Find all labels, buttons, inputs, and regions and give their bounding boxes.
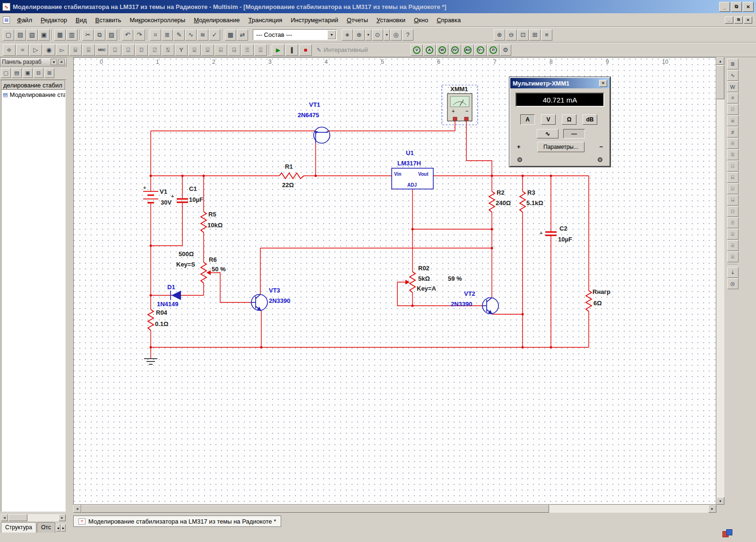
redo-icon[interactable]: ↷: [134, 29, 145, 41]
place-misc-digital-icon[interactable]: MISC: [95, 44, 108, 56]
transistor-vt1[interactable]: VT1 2N6475: [298, 101, 330, 143]
label-vt1-ref[interactable]: VT1: [309, 101, 320, 108]
place-connector-icon[interactable]: ⍇: [215, 44, 227, 56]
place-advanced-peripherals-icon[interactable]: ⍂: [162, 44, 174, 56]
menu-reports[interactable]: Отчеты: [343, 14, 372, 26]
scroll-right-button[interactable]: ►: [708, 505, 716, 513]
word-generator-icon[interactable]: ⌹: [727, 138, 739, 149]
tab-ots[interactable]: Отс: [37, 522, 55, 533]
menu-view[interactable]: Вид: [71, 14, 91, 26]
tektronix-oscilloscope-icon[interactable]: ⍄: [727, 251, 739, 262]
label-r04-ref[interactable]: R04: [156, 309, 168, 316]
resistor-r04[interactable]: R04 0.1Ω: [148, 309, 169, 330]
panel-horizontal-scrollbar[interactable]: ◄ ►: [1, 514, 66, 521]
panel-scroll-right-button[interactable]: ►: [59, 514, 66, 521]
scroll-up-button[interactable]: ▲: [716, 57, 724, 65]
sheet-tab[interactable]: ≋ Моделирование стабилизатора на LM317 и…: [73, 516, 281, 527]
label-vt2-value[interactable]: 2N3390: [451, 301, 472, 308]
multimeter-close-icon[interactable]: ✕: [599, 80, 607, 87]
mdi-restore-button[interactable]: ⧉: [734, 17, 743, 24]
capacitor-c1[interactable]: + C1 10µF: [171, 185, 203, 203]
ac-mode-button[interactable]: ∿: [537, 129, 558, 138]
close-button[interactable]: ✕: [743, 2, 754, 12]
pause-button[interactable]: ∥: [285, 44, 298, 56]
menu-mcu[interactable]: Микроконтроллеры: [126, 14, 190, 26]
probe-current-voltage-icon[interactable]: AV: [462, 44, 474, 56]
place-transistor-icon[interactable]: ◉: [43, 44, 55, 56]
bode-plotter-icon[interactable]: ⌸: [727, 115, 739, 126]
panel-titlebar[interactable]: Панель разраб ▾ ✕: [0, 57, 67, 67]
zoom-fit-icon[interactable]: ⊞: [529, 29, 541, 41]
label-c1-ref[interactable]: C1: [189, 185, 197, 192]
label-d1-value[interactable]: 1N4149: [157, 301, 179, 308]
place-mixed-icon[interactable]: ⌺: [109, 44, 121, 56]
scroll-left-button[interactable]: ◄: [73, 505, 81, 513]
label-xmm1-ref[interactable]: XMM1: [450, 86, 468, 93]
place-indicator-icon[interactable]: ⌻: [122, 44, 135, 56]
tree-item-schematic[interactable]: ▤ Моделирование ста: [1, 90, 65, 100]
print-icon[interactable]: ▦: [54, 29, 66, 41]
simulation-settings-gear-icon[interactable]: ⚙: [500, 44, 511, 56]
current-clamp-icon[interactable]: ◎: [727, 278, 739, 289]
measurement-probe-icon[interactable]: ⇣: [727, 267, 739, 278]
wattmeter-icon[interactable]: W: [727, 81, 739, 92]
probe-current-icon[interactable]: A: [423, 44, 436, 56]
find-component-icon[interactable]: ◎: [390, 29, 402, 41]
label-vt3-ref[interactable]: VT3: [269, 287, 280, 294]
label-r02-percent[interactable]: 59 %: [448, 275, 462, 282]
ground-symbol[interactable]: [144, 359, 157, 364]
grapher-icon[interactable]: ∿: [185, 29, 197, 41]
component-wizard-icon[interactable]: ✎: [173, 29, 185, 41]
schematic-workspace[interactable]: 01234567891011: [73, 57, 716, 505]
database-manager-icon[interactable]: ≣: [162, 29, 173, 41]
menu-help[interactable]: Справка: [432, 14, 465, 26]
copy-icon[interactable]: ⧉: [94, 29, 105, 41]
place-cmos-icon[interactable]: ⌹: [82, 44, 95, 56]
label-c2-value[interactable]: 10µF: [558, 236, 572, 243]
resistor-rload[interactable]: Rнагр 6Ω: [586, 288, 610, 311]
probe-voltage-icon[interactable]: V: [411, 44, 423, 56]
restore-button[interactable]: ⧉: [731, 2, 742, 12]
menu-window[interactable]: Окно: [410, 14, 432, 26]
paste-icon[interactable]: ▨: [106, 29, 117, 41]
postprocessor-icon[interactable]: ≋: [197, 29, 208, 41]
new-file-icon[interactable]: ▢: [3, 29, 14, 41]
agilent-function-generator-icon[interactable]: ⍐: [727, 217, 739, 228]
label-u1-ref[interactable]: U1: [406, 149, 414, 156]
place-diode-icon[interactable]: ▷: [29, 44, 42, 56]
place-component-icon[interactable]: ⊕: [353, 29, 365, 41]
panel-open-icon[interactable]: ▤: [12, 68, 22, 78]
label-r6-key[interactable]: Key=S: [176, 261, 195, 268]
document-icon[interactable]: ▤: [3, 17, 10, 24]
label-vt3-value[interactable]: 2N3390: [269, 297, 291, 304]
transistor-vt2[interactable]: VT2 2N3390: [451, 290, 498, 314]
mdi-close-button[interactable]: ✕: [744, 17, 752, 24]
label-r04-value[interactable]: 0.1Ω: [155, 320, 169, 327]
label-r2-ref[interactable]: R2: [497, 189, 505, 196]
mode-db-button[interactable]: dB: [583, 114, 597, 125]
potentiometer-r02[interactable]: R02 5kΩ Key=A 59 %: [405, 265, 462, 293]
battery-v1[interactable]: + V1 30V: [143, 185, 172, 206]
agilent-oscilloscope-icon[interactable]: ⍃: [727, 240, 739, 251]
stop-button[interactable]: ■: [299, 44, 312, 56]
label-v1-ref[interactable]: V1: [160, 188, 167, 195]
mode-ohm-button[interactable]: Ω: [562, 114, 576, 125]
frequency-counter-icon[interactable]: #: [727, 127, 739, 138]
open-file-icon[interactable]: ▤: [15, 29, 26, 41]
label-c2-ref[interactable]: C2: [559, 225, 567, 232]
label-r3-value[interactable]: 5.1kΩ: [526, 199, 543, 206]
four-channel-oscilloscope-icon[interactable]: ⍁: [727, 104, 739, 115]
label-u1-value[interactable]: LM317H: [397, 160, 421, 167]
cut-icon[interactable]: ✂: [82, 29, 94, 41]
probe-voltage-time-icon[interactable]: tV: [449, 44, 461, 56]
place-power-icon[interactable]: ⌼: [135, 44, 148, 56]
breadboard-view-icon[interactable]: ▩: [225, 29, 236, 41]
place-hierarchical-block-icon[interactable]: ⍐: [241, 44, 254, 56]
in-use-list-combo[interactable]: --- Состав --- ▼: [253, 29, 337, 40]
place-mcu-icon[interactable]: ⍈: [228, 44, 241, 56]
dc-mode-button[interactable]: —: [563, 129, 585, 138]
panel-close-button[interactable]: ✕: [58, 59, 65, 65]
zoom-in-icon[interactable]: ⊕: [494, 29, 505, 41]
place-analog-icon[interactable]: ▻: [56, 44, 69, 56]
menu-tools[interactable]: Инструментарий: [286, 14, 343, 26]
